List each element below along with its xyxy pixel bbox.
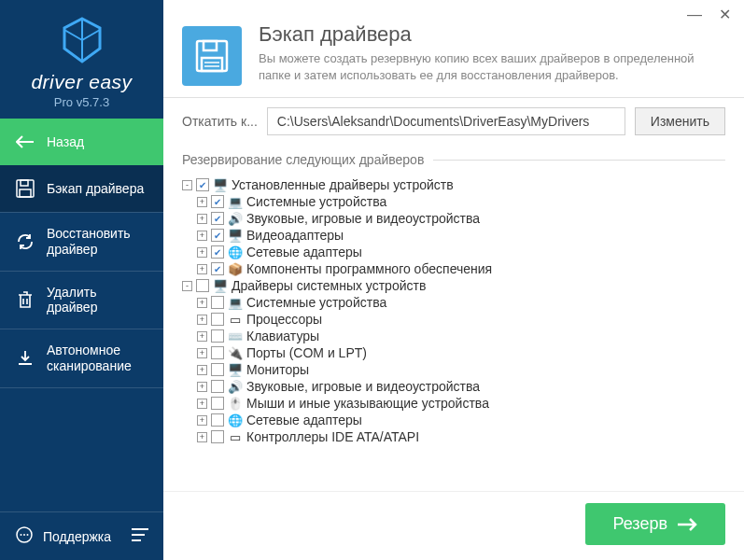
tree-checkbox[interactable] xyxy=(211,212,224,225)
tree-checkbox[interactable] xyxy=(211,397,224,410)
page-header: Бэкап драйвера Вы можете создать резервн… xyxy=(163,22,744,97)
close-button[interactable]: ✕ xyxy=(719,7,731,22)
tree-expander[interactable]: + xyxy=(197,231,207,241)
nav-restore-driver[interactable]: Восстановить драйвер xyxy=(0,213,163,271)
tree-item-label: Компоненты программного обеспечения xyxy=(246,261,492,276)
tree-expander[interactable]: + xyxy=(197,382,207,392)
brand-name: driver easy xyxy=(0,71,163,93)
divider xyxy=(0,387,163,388)
tree-checkbox[interactable] xyxy=(211,329,224,343)
tree-expander[interactable]: + xyxy=(197,348,207,358)
logo-area: driver easy Pro v5.7.3 xyxy=(0,0,163,119)
support-label[interactable]: Поддержка xyxy=(43,529,111,544)
device-icon: 🔊 xyxy=(228,211,243,226)
driver-tree[interactable]: -🖥️Установленные драйверы устройств+💻Сис… xyxy=(163,176,744,491)
change-path-button[interactable]: Изменить xyxy=(635,107,725,135)
tree-checkbox[interactable] xyxy=(211,229,224,242)
tree-row[interactable]: +🖥️Видеоадаптеры xyxy=(182,227,725,244)
group-label-row: Резервирование следующих драйверов xyxy=(163,148,744,176)
tree-checkbox[interactable] xyxy=(211,296,224,309)
tree-expander[interactable]: + xyxy=(197,247,207,258)
tree-row[interactable]: +▭Процессоры xyxy=(182,311,725,328)
trash-icon xyxy=(15,289,35,310)
tree-item-label: Порты (COM и LPT) xyxy=(246,345,367,360)
tree-expander[interactable]: + xyxy=(197,432,207,442)
svg-rect-2 xyxy=(20,189,31,197)
nav-backup-drivers[interactable]: Бэкап драйвера xyxy=(0,165,163,212)
tree-item-label: Мониторы xyxy=(246,362,309,377)
nav-restore-label: Восстановить драйвер xyxy=(47,226,148,258)
backup-button[interactable]: Резерв xyxy=(585,503,725,545)
device-icon: 🖥️ xyxy=(213,278,228,293)
chat-icon[interactable] xyxy=(15,525,34,547)
svg-point-6 xyxy=(27,534,29,536)
tree-checkbox[interactable] xyxy=(211,430,224,443)
nav-back-button[interactable]: Назад xyxy=(0,119,163,165)
backup-header-icon xyxy=(182,26,242,86)
tree-checkbox[interactable] xyxy=(211,195,224,208)
page-description: Вы можете создать резервную копию всех в… xyxy=(259,50,725,84)
tree-item-label: Сетевые адаптеры xyxy=(246,245,362,259)
tree-expander[interactable]: + xyxy=(197,264,207,274)
nav-delete-driver[interactable]: Удалить драйвер xyxy=(0,272,163,329)
minimize-button[interactable]: — xyxy=(687,7,702,22)
device-icon: 💻 xyxy=(228,295,243,310)
tree-checkbox[interactable] xyxy=(211,262,224,275)
tree-row[interactable]: +▭Контроллеры IDE ATA/ATAPI xyxy=(182,428,725,445)
tree-row[interactable]: +🖥️Мониторы xyxy=(182,361,725,378)
tree-row[interactable]: +🔌Порты (COM и LPT) xyxy=(182,344,725,361)
svg-point-5 xyxy=(23,534,25,536)
tree-checkbox[interactable] xyxy=(211,245,224,259)
tree-expander[interactable]: + xyxy=(197,315,207,325)
header-text: Бэкап драйвера Вы можете создать резервн… xyxy=(259,22,725,86)
device-icon: 💻 xyxy=(228,194,243,209)
nav-offline-label: Автономное сканирование xyxy=(47,343,148,374)
tree-item-label: Контроллеры IDE ATA/ATAPI xyxy=(246,429,419,444)
tree-row[interactable]: +💻Системные устройства xyxy=(182,294,725,311)
path-label: Откатить к... xyxy=(182,114,258,129)
tree-row[interactable]: +🔊Звуковые, игровые и видеоустройства xyxy=(182,210,725,227)
device-icon: ⌨️ xyxy=(228,329,243,343)
tree-item-label: Системные устройства xyxy=(246,194,386,209)
sidebar: driver easy Pro v5.7.3 Назад Бэкап драйв… xyxy=(0,0,163,560)
tree-checkbox[interactable] xyxy=(211,346,224,359)
nav-offline-scan[interactable]: Автономное сканирование xyxy=(0,329,163,387)
app-logo-icon xyxy=(61,17,104,63)
tree-checkbox[interactable] xyxy=(211,413,224,427)
tree-item-label: Видеоадаптеры xyxy=(246,228,344,243)
tree-row[interactable]: +🌐Сетевые адаптеры xyxy=(182,412,725,428)
tree-checkbox[interactable] xyxy=(211,380,224,393)
tree-row[interactable]: +📦Компоненты программного обеспечения xyxy=(182,260,725,277)
tree-row[interactable]: -🖥️Установленные драйверы устройств xyxy=(182,176,725,193)
arrow-right-icon xyxy=(677,517,697,532)
tree-checkbox[interactable] xyxy=(211,313,224,326)
backup-path-input[interactable] xyxy=(267,107,625,135)
tree-expander[interactable]: - xyxy=(182,180,192,190)
download-icon xyxy=(15,348,35,369)
action-bar: Резерв xyxy=(163,491,744,560)
main-panel: — ✕ Бэкап драйвера Вы можете создать рез… xyxy=(163,0,744,560)
tree-expander[interactable]: + xyxy=(197,415,207,426)
tree-checkbox[interactable] xyxy=(211,363,224,376)
tree-expander[interactable]: - xyxy=(182,281,192,291)
menu-icon[interactable] xyxy=(132,528,148,544)
tree-row[interactable]: +💻Системные устройства xyxy=(182,193,725,210)
tree-checkbox[interactable] xyxy=(196,279,209,292)
tree-row[interactable]: -🖥️Драйверы системных устройств xyxy=(182,277,725,294)
tree-row[interactable]: +🌐Сетевые адаптеры xyxy=(182,244,725,260)
tree-expander[interactable]: + xyxy=(197,214,207,224)
tree-expander[interactable]: + xyxy=(197,197,207,207)
tree-checkbox[interactable] xyxy=(196,178,209,191)
tree-expander[interactable]: + xyxy=(197,298,207,308)
tree-expander[interactable]: + xyxy=(197,331,207,342)
nav-backup-label: Бэкап драйвера xyxy=(47,181,144,197)
refresh-icon xyxy=(15,231,35,252)
tree-expander[interactable]: + xyxy=(197,399,207,409)
tree-row[interactable]: +🔊Звуковые, игровые и видеоустройства xyxy=(182,378,725,395)
svg-rect-9 xyxy=(202,58,222,71)
tree-row[interactable]: +🖱️Мыши и иные указывающие устройства xyxy=(182,395,725,412)
device-icon: 🌐 xyxy=(228,245,243,259)
tree-row[interactable]: +⌨️Клавиатуры xyxy=(182,328,725,344)
tree-expander[interactable]: + xyxy=(197,365,207,375)
device-icon: 🖥️ xyxy=(228,228,243,243)
